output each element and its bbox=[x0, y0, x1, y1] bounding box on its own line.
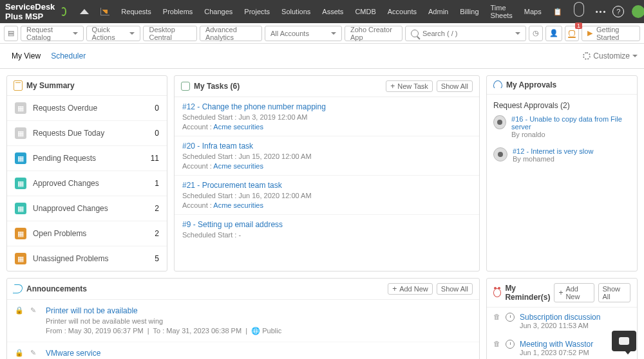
task-row[interactable]: #12 - Change the phone number mapping Sc… bbox=[175, 97, 479, 136]
announcement-link[interactable]: Printer will not be available bbox=[46, 306, 138, 315]
task-account: Account : Acme securities bbox=[182, 123, 471, 131]
notifications-button[interactable] bbox=[565, 26, 579, 41]
announcement-row: 🔒 ✎ VMware service VMware service From :… bbox=[7, 342, 479, 359]
new-task-button[interactable]: +New Task bbox=[386, 80, 433, 92]
nav-accounts[interactable]: Accounts bbox=[382, 0, 422, 23]
nav-changes[interactable]: Changes bbox=[198, 0, 238, 23]
approval-by: By mohamed bbox=[513, 155, 593, 163]
task-account: Account : Acme securities bbox=[182, 201, 471, 209]
search-icon bbox=[411, 30, 419, 37]
summary-row-label: Unapproved Changes bbox=[33, 204, 155, 213]
approvals-list: #16 - Unable to copy data from File serv… bbox=[493, 115, 630, 163]
show-all-announcements-button[interactable]: Show All bbox=[437, 283, 473, 295]
reminder-time: Jun 3, 2020 11:53 AM bbox=[520, 322, 600, 329]
nav-timesheets[interactable]: Time Sheets bbox=[485, 0, 518, 23]
advanced-analytics-button[interactable]: Advanced Analytics bbox=[200, 26, 262, 41]
nav-clipboard[interactable]: 📋 bbox=[547, 0, 568, 23]
summary-row-count: 5 bbox=[155, 254, 159, 263]
summary-list: ▦ Requests Overdue 0 ▦ Requests Due Toda… bbox=[7, 96, 167, 271]
getting-started-button[interactable]: ▶Getting Started bbox=[582, 26, 640, 41]
reminder-link[interactable]: Subscription discussion bbox=[520, 313, 600, 322]
tab-scheduler[interactable]: Scheduler bbox=[46, 49, 91, 63]
approval-row[interactable]: #16 - Unable to copy data from File serv… bbox=[493, 115, 630, 138]
search-input[interactable] bbox=[422, 30, 511, 37]
account-filter[interactable]: All Accounts bbox=[265, 26, 342, 41]
nav-dashboard[interactable] bbox=[95, 0, 115, 23]
reminder-link[interactable]: Meeting with Wasstor bbox=[520, 340, 593, 349]
summary-row-count: 0 bbox=[155, 104, 159, 113]
caret-down-icon bbox=[73, 32, 78, 35]
summary-row[interactable]: ▦ Approved Changes 1 bbox=[7, 171, 167, 196]
caret-down-icon bbox=[331, 32, 336, 35]
customize-button[interactable]: Customize bbox=[583, 51, 638, 60]
delete-icon[interactable]: 🗑 bbox=[493, 313, 500, 320]
caret-down-icon bbox=[632, 55, 638, 57]
nav-problems[interactable]: Problems bbox=[157, 0, 198, 23]
task-row[interactable]: #20 - Infra team task Scheduled Start : … bbox=[175, 136, 479, 176]
megaphone-icon bbox=[13, 284, 23, 293]
zoho-creator-button[interactable]: Zoho Creator App bbox=[345, 26, 402, 41]
help-icon[interactable]: ? bbox=[612, 6, 624, 17]
quick-actions-button[interactable]: Quick Actions bbox=[86, 26, 141, 41]
task-link[interactable]: #21 - Procurement team task bbox=[182, 181, 282, 190]
view-tabs: My View Scheduler Customize bbox=[0, 44, 644, 69]
nav-solutions[interactable]: Solutions bbox=[276, 0, 316, 23]
task-account: Account : Acme securities bbox=[182, 162, 471, 170]
approval-link[interactable]: #16 - Unable to copy data from File serv… bbox=[511, 115, 622, 131]
task-schedule: Scheduled Start : - bbox=[182, 231, 471, 239]
task-account-link[interactable]: Acme securities bbox=[213, 123, 263, 131]
approval-link[interactable]: #12 - Internet is very slow bbox=[513, 147, 593, 155]
task-row[interactable]: #21 - Procurement team task Scheduled St… bbox=[175, 176, 479, 215]
brand-label: ServiceDesk Plus MSP bbox=[5, 2, 58, 21]
show-all-tasks-button[interactable]: Show All bbox=[437, 80, 473, 92]
nav-maps[interactable]: Maps bbox=[518, 0, 547, 23]
toggle-sidebar-button[interactable]: ▤ bbox=[4, 26, 18, 41]
delete-icon[interactable]: 🗑 bbox=[493, 340, 500, 347]
nav-requests[interactable]: Requests bbox=[115, 0, 156, 23]
task-link[interactable]: #20 - Infra team task bbox=[182, 142, 253, 151]
main-content: My Summary ▦ Requests Overdue 0 ▦ Reques… bbox=[0, 69, 644, 278]
nav-projects[interactable]: Projects bbox=[238, 0, 276, 23]
edit-icon[interactable]: ✎ bbox=[30, 349, 39, 359]
summary-row[interactable]: ▦ Unapproved Changes 2 bbox=[7, 196, 167, 221]
panel-title: My Reminder(s) bbox=[505, 284, 550, 302]
show-all-reminders-button[interactable]: Show All bbox=[598, 283, 630, 302]
desktop-central-button[interactable]: Desktop Central bbox=[143, 26, 196, 41]
summary-row[interactable]: ▦ Open Problems 2 bbox=[7, 221, 167, 246]
announcement-link[interactable]: VMware service bbox=[46, 349, 100, 358]
task-link[interactable]: #12 - Change the phone number mapping bbox=[182, 102, 326, 111]
nav-home[interactable] bbox=[74, 0, 95, 23]
approval-row[interactable]: #12 - Internet is very slowBy mohamed bbox=[493, 147, 630, 163]
summary-row[interactable]: ▦ Unassigned Problems 5 bbox=[7, 246, 167, 271]
summary-row[interactable]: ▦ Requests Due Today 0 bbox=[7, 121, 167, 146]
global-search[interactable] bbox=[405, 26, 526, 41]
request-catalog-button[interactable]: Request Catalog bbox=[21, 26, 84, 41]
tasks-list[interactable]: #12 - Change the phone number mapping Sc… bbox=[175, 97, 479, 239]
edit-icon[interactable]: ✎ bbox=[30, 306, 39, 335]
nav-more[interactable]: ••• bbox=[590, 0, 613, 23]
task-account-link[interactable]: Acme securities bbox=[213, 201, 263, 209]
panel-my-summary: My Summary ▦ Requests Overdue 0 ▦ Reques… bbox=[6, 75, 167, 272]
profile-button[interactable]: 👤 bbox=[545, 26, 562, 41]
task-link[interactable]: #9 - Setting up email address bbox=[182, 220, 283, 229]
nav-admin[interactable]: Admin bbox=[422, 0, 454, 23]
nav-assets[interactable]: Assets bbox=[316, 0, 349, 23]
chat-widget[interactable] bbox=[612, 331, 636, 351]
panel-my-tasks: My Tasks (6) +New Task Show All #12 - Ch… bbox=[174, 75, 480, 272]
summary-icon bbox=[14, 80, 23, 91]
reminder-time: Jun 1, 2023 07:52 PM bbox=[520, 349, 593, 356]
user-avatar[interactable] bbox=[632, 5, 644, 18]
add-reminder-button[interactable]: +Add New bbox=[554, 283, 594, 302]
summary-row-icon: ▦ bbox=[15, 253, 26, 264]
nav-support[interactable] bbox=[568, 0, 590, 23]
add-announcement-button[interactable]: +Add New bbox=[388, 283, 433, 295]
nav-billing[interactable]: Billing bbox=[454, 0, 484, 23]
task-account-link[interactable]: Acme securities bbox=[213, 162, 263, 170]
tab-my-view[interactable]: My View bbox=[6, 49, 46, 63]
summary-row[interactable]: ▦ Requests Overdue 0 bbox=[7, 96, 167, 121]
recent-button[interactable]: ◷ bbox=[529, 26, 543, 41]
nav-cmdb[interactable]: CMDB bbox=[349, 0, 381, 23]
task-row[interactable]: #9 - Setting up email address Scheduled … bbox=[175, 215, 479, 239]
approver-avatar-icon bbox=[493, 147, 507, 161]
summary-row[interactable]: ▦ Pending Requests 11 bbox=[7, 146, 167, 171]
